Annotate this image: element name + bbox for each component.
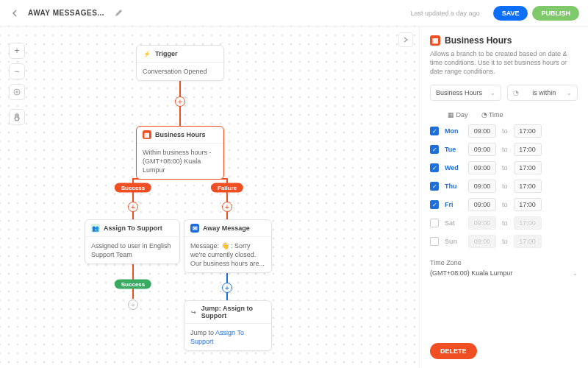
start-time-input[interactable]: [468, 161, 496, 174]
clock-icon: ◔: [513, 89, 519, 96]
day-row: ✓Wedto: [430, 161, 578, 174]
back-button[interactable]: [9, 7, 21, 19]
chevron-down-icon: ⌄: [573, 270, 578, 277]
node-title: Trigger: [155, 50, 178, 57]
add-step-button[interactable]: +: [128, 202, 138, 212]
node-title: Jump: Assign to Support: [201, 305, 265, 319]
condition-op-select[interactable]: ◔is within⌄: [507, 85, 578, 101]
header: AWAY MESSAGES... Last updated a day ago …: [0, 0, 588, 26]
node-assign-support[interactable]: 👥Assign To Support Assigned to user in E…: [85, 219, 180, 264]
timezone-select[interactable]: (GMT+08:00) Kuala Lumpur⌄: [430, 269, 578, 277]
end-time-input[interactable]: [514, 124, 542, 138]
day-name: Wed: [445, 164, 462, 171]
zoom-out-button[interactable]: −: [9, 63, 25, 79]
day-name: Thu: [445, 183, 462, 190]
pan-button[interactable]: [9, 109, 25, 125]
add-step-button[interactable]: +: [222, 283, 232, 293]
node-business-hours[interactable]: ▦Business Hours Within business hours - …: [136, 126, 224, 180]
node-body: Conversation Opened: [137, 63, 223, 80]
branch-label-success: Success: [115, 183, 151, 193]
save-button[interactable]: SAVE: [493, 6, 528, 21]
day-name: Mon: [445, 127, 462, 135]
start-time-input: [468, 235, 496, 248]
to-label: to: [502, 164, 508, 171]
day-name: Fri: [445, 201, 462, 208]
end-time-input[interactable]: [514, 180, 542, 193]
zoom-in-button[interactable]: +: [9, 43, 25, 59]
to-label: to: [502, 219, 508, 227]
publish-button[interactable]: PUBLISH: [532, 6, 579, 21]
start-time-input[interactable]: [468, 124, 496, 138]
node-trigger[interactable]: ⚡Trigger Conversation Opened: [136, 45, 224, 81]
canvas-tools: + −: [9, 43, 25, 125]
day-row: Satto: [430, 216, 578, 230]
to-label: to: [502, 238, 508, 245]
day-name: Sun: [445, 238, 462, 245]
to-label: to: [502, 201, 508, 208]
inspector-panel: ▦Business Hours Allows a branch to be cr…: [419, 26, 588, 368]
chevron-down-icon: ⌄: [490, 90, 495, 96]
end-time-input[interactable]: [514, 198, 542, 211]
message-icon: ✉: [190, 224, 199, 233]
jump-icon: ↪: [190, 308, 198, 316]
node-body: Jump to Assign To Support: [184, 324, 271, 350]
to-label: to: [502, 146, 508, 153]
start-time-input[interactable]: [468, 198, 496, 211]
last-updated: Last updated a day ago: [411, 10, 480, 17]
day-row: Sunto: [430, 235, 578, 248]
collapse-panel-button[interactable]: [398, 32, 413, 47]
day-checkbox[interactable]: ✓: [430, 145, 439, 154]
fit-button[interactable]: [9, 84, 25, 100]
day-name: Tue: [445, 146, 462, 153]
node-body: Message: 👋 : Sorry we're currently close…: [184, 237, 271, 272]
day-checkbox[interactable]: [430, 219, 439, 227]
condition-type-select[interactable]: Business Hours⌄: [430, 85, 501, 101]
add-step-button[interactable]: +: [128, 300, 138, 310]
delete-button[interactable]: DELETE: [430, 343, 477, 359]
node-title: Business Hours: [155, 131, 206, 138]
edit-title-icon[interactable]: [115, 9, 123, 17]
start-time-input[interactable]: [468, 180, 496, 193]
node-jump[interactable]: ↪Jump: Assign to Support Jump to Assign …: [184, 300, 272, 351]
end-time-input[interactable]: [514, 161, 542, 174]
start-time-input: [468, 216, 496, 230]
to-label: to: [502, 183, 508, 190]
chevron-down-icon: ⌄: [567, 90, 572, 96]
add-step-button[interactable]: +: [222, 202, 232, 212]
day-row: ✓Thuto: [430, 180, 578, 193]
start-time-input[interactable]: [468, 143, 496, 156]
flow-canvas[interactable]: + − + Success Failure + + Success + + + …: [0, 26, 419, 368]
end-time-input: [514, 216, 542, 230]
day-checkbox[interactable]: ✓: [430, 182, 439, 191]
branch-label-success: Success: [115, 280, 151, 289]
calendar-icon: ▦: [430, 35, 440, 46]
day-checkbox[interactable]: ✓: [430, 163, 439, 172]
node-body: Assigned to user in English Support Team: [85, 237, 179, 263]
bolt-icon: ⚡: [143, 49, 151, 58]
end-time-input[interactable]: [514, 143, 542, 156]
day-checkbox[interactable]: ✓: [430, 200, 439, 209]
node-away-message[interactable]: ✉Away Message Message: 👋 : Sorry we're c…: [184, 219, 272, 273]
day-row: ✓Monto: [430, 124, 578, 138]
calendar-icon: ▦: [143, 130, 151, 139]
day-name: Sat: [445, 219, 462, 227]
node-body: Within business hours - (GMT+08:00) Kual…: [137, 144, 223, 179]
add-step-button[interactable]: +: [175, 96, 185, 107]
day-checkbox[interactable]: ✓: [430, 127, 439, 135]
node-title: Away Message: [203, 224, 250, 232]
to-label: to: [502, 127, 508, 135]
panel-title: ▦Business Hours: [430, 35, 578, 46]
end-time-input: [514, 235, 542, 248]
timezone-label: Time Zone: [430, 259, 578, 266]
panel-description: Allows a branch to be created based on d…: [430, 49, 578, 76]
day-checkbox[interactable]: [430, 237, 439, 246]
schedule-header: ▦ Day◔ Time: [430, 111, 578, 118]
day-row: ✓Tueto: [430, 143, 578, 156]
workflow-title: AWAY MESSAGES...: [28, 9, 104, 17]
node-title: Assign To Support: [104, 224, 162, 232]
day-row: ✓Frito: [430, 198, 578, 211]
branch-label-failure: Failure: [211, 183, 243, 193]
user-assign-icon: 👥: [91, 224, 100, 233]
